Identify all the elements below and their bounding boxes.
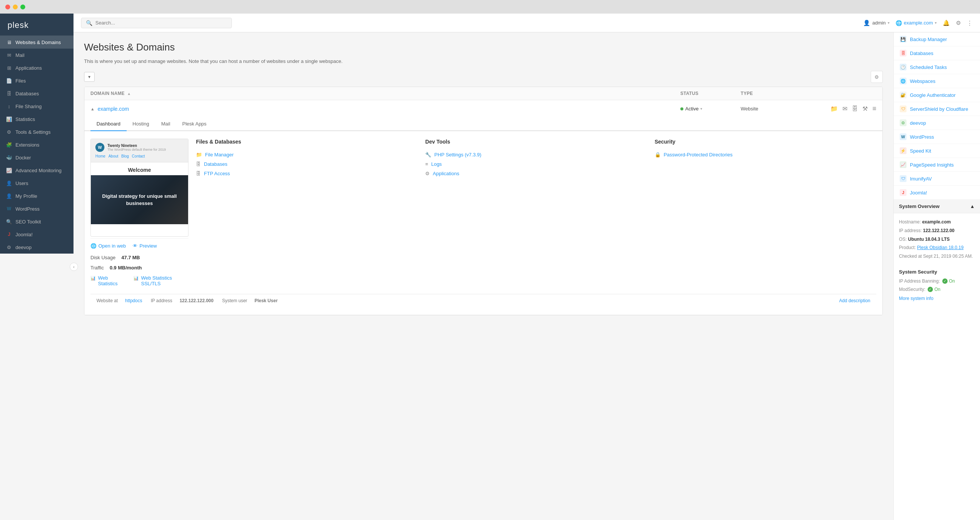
sidebar-collapse-button[interactable]: ‹	[70, 262, 78, 271]
files-databases-section: Files & Databases 📁 File Manager 🗄 Datab…	[188, 139, 418, 289]
menu-icon[interactable]: ⋮	[967, 20, 972, 26]
status-chevron-icon[interactable]: ▾	[700, 107, 702, 111]
sidebar-item-users[interactable]: 👤 Users	[0, 177, 73, 189]
httpdocs-link[interactable]: httpdocs	[125, 298, 142, 303]
sidebar-item-deevop[interactable]: ⚙ deevop	[0, 241, 73, 254]
right-sidebar-servershield[interactable]: 🛡 ServerShield by Cloudflare	[894, 102, 980, 116]
sidebar-item-myprofile[interactable]: 👤 My Profile	[0, 189, 73, 202]
sidebar-item-docker[interactable]: 🐳 Docker	[0, 151, 73, 164]
sidebar-item-tools[interactable]: ⚙ Tools & Settings	[0, 126, 73, 138]
tab-pleskApps[interactable]: Plesk Apps	[177, 117, 213, 131]
php-settings-link[interactable]: 🔧 PHP Settings (v7.3.9)	[425, 150, 639, 159]
os-row: OS: Ubuntu 18.04.3 LTS	[899, 235, 975, 244]
filter-dropdown-button[interactable]: ▾	[84, 72, 95, 82]
close-dot[interactable]	[5, 5, 10, 10]
check-icon: ✓	[942, 278, 948, 284]
sidebar-item-files[interactable]: 📄 Files	[0, 74, 73, 87]
settings-icon[interactable]: ⚙	[956, 20, 961, 26]
right-sidebar-databases[interactable]: 🗄 Databases	[894, 46, 980, 60]
tools-action-icon[interactable]: ⚒	[862, 105, 868, 112]
more-action-icon[interactable]: ≡	[872, 105, 877, 113]
ftp-access-link[interactable]: 🗄 FTP Access	[196, 169, 410, 178]
status-badge: Active ▾	[680, 106, 741, 111]
add-description-link[interactable]: Add description	[839, 298, 870, 303]
tab-hosting[interactable]: Hosting	[127, 117, 155, 131]
bell-icon[interactable]: 🔔	[943, 20, 950, 26]
sidebar-item-statistics[interactable]: 📊 Statistics	[0, 113, 73, 126]
status-label: Active	[685, 106, 698, 111]
table-settings-button[interactable]: ⚙	[871, 71, 883, 83]
open-in-web-link[interactable]: 🌐 Open in web	[91, 243, 126, 249]
preview-welcome-text: Welcome	[91, 162, 188, 175]
maximize-dot[interactable]	[21, 5, 25, 10]
topbar: 🔍 👤 admin ▾ 🌐 example.com ▾ 🔔 ⚙ ⋮	[73, 14, 980, 32]
tab-dashboard[interactable]: Dashboard	[91, 117, 127, 131]
tab-mail[interactable]: Mail	[155, 117, 177, 131]
logs-link[interactable]: ≡ Logs	[425, 159, 639, 169]
window-controls	[5, 5, 25, 10]
right-sidebar-backup[interactable]: 💾 Backup Manager	[894, 32, 980, 46]
database-action-icon[interactable]: 🗄	[852, 105, 858, 112]
file-manager-link[interactable]: 📁 File Manager	[196, 150, 410, 159]
sidebar-item-label: Applications	[16, 65, 42, 71]
web-statistics-ssl-link[interactable]: Web Statistics SSL/TLS	[141, 275, 188, 286]
sidebar-item-extensions[interactable]: 🧩 Extensions	[0, 138, 73, 151]
right-sidebar-speedkit[interactable]: ⚡ Speed Kit	[894, 144, 980, 158]
files-icon: 📄	[6, 78, 12, 84]
product-link[interactable]: Plesk Obsidian 18.0.19	[917, 245, 963, 250]
domain-name-text[interactable]: example.com	[98, 106, 129, 112]
sidebar-item-label: deevop	[16, 245, 32, 250]
sidebar-item-seotoolkit[interactable]: 🔍 SEO Toolkit	[0, 215, 73, 228]
right-sidebar-joomla[interactable]: J Joomla!	[894, 186, 980, 200]
sidebar-item-mail[interactable]: ✉ Mail	[0, 49, 73, 61]
sidebar-item-joomla[interactable]: J Joomla!	[0, 228, 73, 241]
right-sidebar-wordpress[interactable]: W WordPress	[894, 130, 980, 144]
right-sidebar-scheduled[interactable]: 🕐 Scheduled Tasks	[894, 60, 980, 74]
sidebar-item-advancedmonitoring[interactable]: 📈 Advanced Monitoring	[0, 164, 73, 177]
applications-link[interactable]: ⚙ Applications	[425, 169, 639, 178]
nav-contact[interactable]: Contact	[132, 154, 145, 158]
page-title: Websites & Domains	[84, 41, 883, 53]
right-sidebar-imunifyav[interactable]: 🛡 ImunifyAV	[894, 172, 980, 186]
sidebar-item-label: Joomla!	[16, 232, 33, 237]
topbar-right: 👤 admin ▾ 🌐 example.com ▾ 🔔 ⚙ ⋮	[863, 20, 972, 26]
sidebar-item-label: Files	[16, 78, 25, 84]
topbar-user[interactable]: 👤 admin ▾	[863, 20, 889, 26]
nav-home[interactable]: Home	[95, 154, 105, 158]
sidebar-item-wordpress[interactable]: W WordPress	[0, 202, 73, 215]
system-overview-title: System Overview	[899, 204, 940, 209]
search-input[interactable]	[95, 20, 227, 25]
web-stats-links: 📊 Web Statistics 📊 Web Statistics SSL/TL…	[91, 273, 188, 289]
status-dot	[680, 107, 683, 110]
topbar-domain[interactable]: 🌐 example.com ▾	[896, 20, 937, 26]
collapse-icon[interactable]: ▲	[91, 107, 95, 111]
sidebar-item-applications[interactable]: ⊞ Applications	[0, 61, 73, 74]
web-statistics-link[interactable]: Web Statistics	[98, 275, 126, 286]
right-sidebar-webspaces[interactable]: 🌐 Webspaces	[894, 74, 980, 88]
password-protected-link[interactable]: 🔒 Password-Protected Directories	[655, 150, 869, 159]
nav-about[interactable]: About	[108, 154, 118, 158]
extensions-icon: 🧩	[6, 142, 12, 148]
tools-icon: ⚙	[6, 129, 12, 135]
sidebar-item-databases[interactable]: 🗄 Databases	[0, 87, 73, 100]
preview-link[interactable]: 👁 Preview	[133, 243, 157, 249]
table-controls: ▾ ⚙	[84, 71, 883, 83]
globe-small-icon: 🌐	[91, 243, 97, 249]
more-system-info-link[interactable]: More system info	[894, 294, 980, 303]
servershield-icon: 🛡	[900, 105, 907, 112]
mail-action-icon[interactable]: ✉	[842, 105, 847, 112]
titlebar	[0, 0, 980, 14]
sidebar-item-filesharing[interactable]: ↕ File Sharing	[0, 100, 73, 113]
right-sidebar-google-auth[interactable]: 🔐 Google Authenticator	[894, 88, 980, 102]
minimize-dot[interactable]	[13, 5, 18, 10]
databases-link[interactable]: 🗄 Databases	[196, 159, 410, 169]
sidebar-item-label: Websites & Domains	[16, 40, 61, 45]
sidebar-logo: plesk	[0, 14, 73, 36]
right-sidebar-pagespeed[interactable]: 📈 PageSpeed Insights	[894, 158, 980, 172]
nav-blog[interactable]: Blog	[121, 154, 129, 158]
search-wrap[interactable]: 🔍	[81, 18, 232, 28]
system-overview-header[interactable]: System Overview ▲	[894, 200, 980, 213]
right-sidebar-deevop[interactable]: ⚙ deevop	[894, 116, 980, 130]
folder-icon[interactable]: 📁	[830, 105, 838, 112]
sidebar-item-websites[interactable]: 🖥 Websites & Domains	[0, 36, 73, 49]
